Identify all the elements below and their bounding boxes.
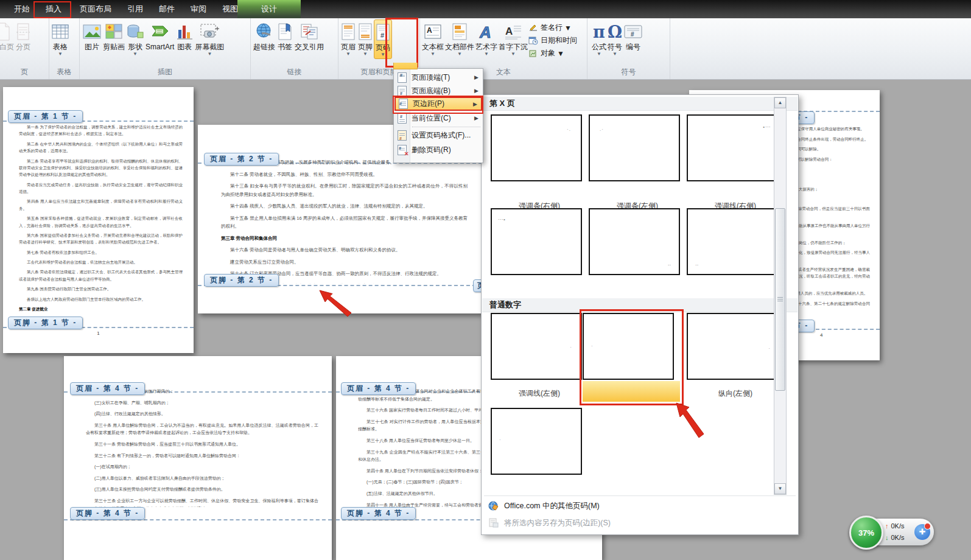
hyperlink-button[interactable]: 超链接 bbox=[253, 19, 276, 52]
symbol-label: 符号 bbox=[608, 43, 622, 51]
shapes-button[interactable]: 形状 ▼ bbox=[125, 19, 145, 58]
equation-pi-icon: π bbox=[593, 21, 605, 43]
footer-button[interactable]: 页脚 ▼ bbox=[357, 19, 374, 58]
smartart-button[interactable]: SmartArt bbox=[145, 19, 175, 52]
tab-page-layout[interactable]: 页面布局 bbox=[72, 0, 119, 18]
tab-home[interactable]: 开始 bbox=[6, 0, 38, 18]
tab-view[interactable]: 视图 bbox=[214, 0, 246, 18]
date-time-button[interactable]: 日期和时间 bbox=[528, 34, 577, 47]
menu-item-bottom-of-page[interactable]: # 页面底端(B) ▶ bbox=[394, 84, 482, 97]
tab-mailings[interactable]: 邮件 bbox=[151, 0, 183, 18]
page-number-button[interactable]: # 页码 ▼ bbox=[374, 19, 392, 59]
symbol-button[interactable]: Ω 符号 ▼ bbox=[607, 19, 623, 58]
page-number-text: 4 bbox=[820, 332, 822, 338]
signature-line-button[interactable]: 签名行 ▼ bbox=[528, 21, 577, 34]
header-section-tag: 页眉 - 第 4 节 - bbox=[70, 382, 145, 395]
shapes-label: 形状 bbox=[128, 43, 142, 51]
hyperlink-globe-icon bbox=[254, 21, 274, 43]
smartart-icon bbox=[150, 21, 170, 43]
document-page-1[interactable]: 第一条 为了保护劳动者的合法权益，调整劳动关系，建立和维护适应社会主义市场经济的… bbox=[3, 87, 194, 353]
cross-reference-button[interactable]: 交叉引用 bbox=[294, 19, 324, 52]
group-label-tables: 表格 bbox=[49, 67, 79, 77]
header-button[interactable]: 页眉 ▼ bbox=[340, 19, 357, 58]
picture-label: 图片 bbox=[85, 43, 99, 51]
gallery-more-label: Office.com 中的其他页码(M) bbox=[504, 501, 600, 511]
chevron-down-icon: ▼ bbox=[557, 49, 564, 58]
menu-item-page-margins[interactable]: # 页边距(P) ▶ bbox=[394, 97, 482, 111]
wordart-button[interactable]: A 艺术字 ▼ bbox=[475, 19, 498, 58]
tab-references[interactable]: 引用 bbox=[119, 0, 151, 18]
menu-separator bbox=[412, 127, 480, 127]
group-label-links: 链接 bbox=[251, 67, 338, 77]
bookmark-button[interactable]: 书签 bbox=[276, 19, 294, 52]
gallery-more-from-office[interactable]: Office.com 中的其他页码(M) bbox=[482, 498, 797, 514]
scroll-down-button[interactable]: ▼ bbox=[774, 483, 786, 494]
object-label: 对象 bbox=[541, 48, 555, 58]
zoom-percentage-badge[interactable]: 37% bbox=[849, 516, 883, 550]
scroll-up-button[interactable]: ▲ bbox=[774, 97, 786, 108]
numbering-button[interactable]: # 编号 bbox=[623, 19, 643, 52]
blank-page-label: 空白页 bbox=[0, 43, 14, 51]
submenu-arrow-icon: ▶ bbox=[474, 88, 478, 94]
group-label-illustrations: 插图 bbox=[80, 67, 250, 77]
smartart-label: SmartArt bbox=[145, 43, 174, 51]
table-button[interactable]: 表格 ▼ bbox=[51, 19, 70, 58]
current-position-icon: # bbox=[398, 113, 407, 124]
menu-item-current-position[interactable]: # 当前位置(C) ▶ bbox=[394, 111, 482, 125]
cross-reference-label: 交叉引用 bbox=[295, 43, 324, 51]
bottom-of-page-icon: # bbox=[398, 86, 407, 96]
page-break-label: 分页 bbox=[16, 43, 30, 51]
clipart-button[interactable]: 剪贴画 bbox=[102, 19, 125, 52]
page-number-menu: # 页面顶端(T) ▶ # 页面底端(B) ▶ # 页边距(P) ▶ # 当前位… bbox=[393, 68, 483, 163]
page-number-icon: # bbox=[375, 21, 391, 43]
quick-parts-button[interactable]: 文档部件 ▼ bbox=[444, 19, 475, 58]
chevron-down-icon: ▼ bbox=[363, 52, 368, 57]
scrollbar-thumb[interactable] bbox=[775, 208, 785, 391]
chevron-down-icon: ▼ bbox=[133, 52, 138, 57]
menu-item-label: 页面底端(B) bbox=[412, 86, 450, 96]
group-tables: 表格 ▼ 表格 bbox=[49, 18, 80, 79]
page-number-label: 页码 bbox=[376, 43, 390, 52]
screenshot-button[interactable]: 屏幕截图 ▼ bbox=[194, 19, 225, 58]
gallery-save-label: 将所选内容另存为页码(边距)(S) bbox=[504, 518, 611, 528]
chevron-down-icon: ▼ bbox=[484, 52, 489, 57]
group-symbols: π 公式 ▼ Ω 符号 ▼ # 编号 符号 bbox=[587, 18, 670, 79]
menu-item-top-of-page[interactable]: # 页面顶端(T) ▶ bbox=[394, 71, 482, 84]
picture-button[interactable]: 图片 bbox=[82, 19, 102, 52]
equation-button[interactable]: π 公式 ▼ bbox=[591, 19, 607, 58]
tab-insert[interactable]: 插入 bbox=[38, 0, 69, 18]
word-2010-window: { "tabs": { "items": [ {"label":"开始"}, {… bbox=[0, 0, 971, 560]
speed-monitor-widget[interactable]: 37% ↑0K/s ↓0K/s ✚ bbox=[851, 519, 934, 545]
ribbon-tab-bar: 开始 插入 页面布局 引用 邮件 审阅 视图 设计 bbox=[0, 0, 971, 18]
notification-badge-icon[interactable]: ✚ bbox=[914, 524, 930, 540]
blank-page-icon bbox=[0, 21, 11, 43]
selected-item-highlight bbox=[583, 381, 680, 402]
submenu-arrow-icon: ▶ bbox=[473, 101, 477, 107]
footer-section-tag: 页脚 - 第 4 节 - bbox=[341, 507, 416, 520]
gallery-separator bbox=[484, 495, 796, 496]
chart-button[interactable]: 图表 bbox=[175, 19, 194, 52]
gallery-scrollbar[interactable]: ▲ ▼ bbox=[774, 97, 787, 495]
submenu-arrow-icon: ▶ bbox=[474, 74, 478, 80]
tab-review[interactable]: 审阅 bbox=[183, 0, 214, 18]
object-button[interactable]: 对象 ▼ bbox=[528, 47, 577, 60]
page-number-button-connector bbox=[393, 63, 418, 69]
menu-item-format-page-numbers[interactable]: # 设置页码格式(F)... bbox=[394, 128, 482, 142]
chevron-down-icon: ▼ bbox=[612, 52, 617, 57]
svg-text:#: # bbox=[380, 32, 384, 39]
download-speed: 0K/s bbox=[891, 534, 905, 541]
header-section-tag: 页眉 - 第 1 节 - bbox=[8, 110, 83, 123]
document-page-4[interactable]: (二)患病或者负伤，在规定的医疗期内的；(三)女职工在孕期、产期、哺乳期内的；(… bbox=[64, 356, 332, 560]
tab-design-contextual[interactable]: 设计 bbox=[252, 0, 286, 18]
footer-section-tag: 页脚 - 第 4 节 - bbox=[70, 507, 145, 520]
text-box-button[interactable]: A 文本框 ▼ bbox=[421, 19, 444, 58]
chevron-down-icon: ▼ bbox=[430, 52, 435, 57]
blank-page-button[interactable]: 空白页 bbox=[0, 19, 15, 52]
chevron-down-icon: ▼ bbox=[58, 52, 63, 57]
drop-cap-button[interactable]: A 首字下沉 ▼ bbox=[498, 19, 528, 58]
menu-item-label: 设置页码格式(F)... bbox=[412, 130, 471, 141]
menu-item-remove-page-numbers[interactable]: #✕ 删除页码(R) bbox=[394, 143, 482, 156]
page-break-button[interactable]: 分页 bbox=[15, 19, 32, 52]
hyperlink-label: 超链接 bbox=[253, 43, 275, 51]
submenu-arrow-icon: ▶ bbox=[474, 115, 478, 121]
